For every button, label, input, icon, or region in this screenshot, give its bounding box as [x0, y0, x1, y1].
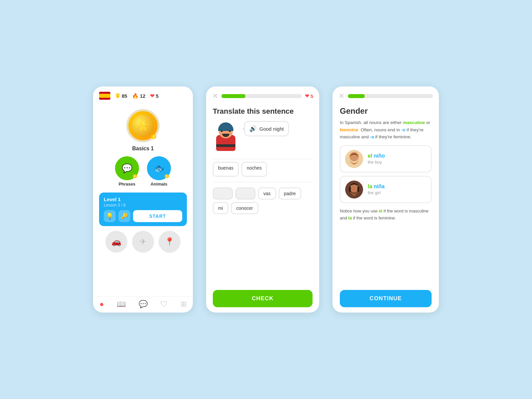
heart-icon-2: ❤ [305, 93, 309, 99]
gender-title: Gender [340, 106, 432, 116]
level-title: Level 1 [104, 197, 182, 202]
nino-word: niño [374, 153, 385, 159]
el-article: el [368, 153, 372, 159]
feminine-word: feminine [340, 127, 358, 132]
masculine-word: masculine [403, 120, 425, 125]
girl-gender-card: la niña the girl [340, 176, 432, 203]
word-options: vas padre mi conocer [213, 188, 313, 214]
phrases-icon: 💬 [122, 163, 132, 174]
notice-la: la [348, 215, 352, 220]
basics-name: Basics 1 [132, 146, 154, 152]
lesson-row: 💬 2 Phrases 🐟 1 Animals [115, 156, 171, 187]
speech-text: Good night [259, 126, 284, 132]
gender-notice: Notice how you use el if the word is mas… [340, 208, 432, 222]
girl-word: la niña [368, 184, 385, 190]
key-button[interactable]: 🔑 [118, 210, 130, 222]
svg-rect-5 [357, 187, 359, 192]
character-speech: 🔊 Good night [213, 121, 313, 151]
answer-chip-1[interactable]: buenas [213, 162, 239, 177]
card1-body: 🌟 5 Basics 1 💬 2 Phrases 🐟 1 [93, 103, 193, 296]
continue-button[interactable]: CONTINUE [340, 290, 432, 307]
phrases-pair: 💬 2 Phrases [115, 156, 139, 187]
divider-top [213, 159, 313, 159]
crown-stat: ♛ 85 [115, 92, 127, 99]
notice-text-3: if the word is feminine. [352, 215, 396, 220]
heart-icon: ❤ [150, 93, 154, 99]
nav-chat-icon[interactable]: 💬 [139, 300, 148, 309]
animals-icon: 🐟 [154, 163, 164, 174]
gender-card: ✕ Gender In Spanish, all nouns are eithe… [332, 86, 439, 313]
level-sub: Lesson 3 / 8 [104, 203, 182, 207]
translate-card: ✕ ❤ 5 Translate this sentence [206, 86, 319, 313]
girl-avatar [345, 181, 363, 199]
card2-header: ✕ ❤ 5 [206, 86, 319, 104]
nav-book-icon[interactable]: 📖 [117, 300, 126, 309]
level-actions: 💡 🔑 START [104, 210, 182, 222]
crown-value: 85 [122, 93, 127, 99]
desc-text-5: if they're feminine. [374, 134, 412, 139]
locked-circle-1: 🚗 [105, 231, 127, 253]
girl-word-group: la niña the girl [368, 184, 385, 195]
notice-el: el [379, 208, 382, 213]
nina-word: niña [374, 184, 385, 189]
gender-description: In Spanish, all nouns are either masculi… [340, 119, 432, 141]
word-option-5[interactable]: mi [213, 202, 228, 214]
phrases-label: Phrases [119, 182, 136, 187]
svg-rect-4 [349, 187, 351, 192]
fire-value: 12 [140, 93, 146, 99]
girl-avatar-svg [345, 181, 363, 199]
word-option-2[interactable] [235, 188, 255, 200]
nav-home-icon[interactable]: ● [99, 300, 104, 309]
locked-circle-2: ✈ [132, 231, 154, 253]
phrases-circle[interactable]: 💬 2 [115, 156, 139, 180]
a-ending: -a [370, 134, 374, 139]
boy-gender-card: el niño the boy [340, 145, 432, 173]
answer-chip-2[interactable]: noches [241, 162, 267, 177]
close-button-3[interactable]: ✕ [338, 92, 344, 100]
animals-pair: 🐟 1 Animals [147, 156, 171, 187]
translate-title: Translate this sentence [213, 107, 313, 116]
girl-translation: the girl [368, 190, 385, 195]
progress-bar-fill-3 [348, 94, 365, 98]
nav-shield-icon[interactable]: 🛡 [160, 300, 168, 309]
fire-stat: 🔥 12 [132, 93, 146, 99]
desc-text-3: Often, nouns end in [358, 127, 401, 132]
animals-circle[interactable]: 🐟 1 [147, 156, 171, 180]
notice-text-1: Notice how you use [340, 208, 379, 213]
progress-bar-wrap-3 [348, 94, 433, 98]
card1-header: ♛ 85 🔥 12 ❤ 5 [93, 86, 193, 103]
word-option-1[interactable] [213, 188, 233, 200]
close-button[interactable]: ✕ [212, 92, 218, 100]
animals-badge: 1 [165, 174, 169, 178]
animals-label: Animals [151, 182, 168, 187]
fire-icon: 🔥 [132, 93, 139, 99]
basics-badge: 5 [151, 135, 156, 139]
card1-nav: ● 📖 💬 🛡 ⊞ [93, 296, 193, 313]
nav-grid-icon[interactable]: ⊞ [181, 300, 187, 309]
progress-bar-wrap [221, 94, 302, 98]
basics-circle[interactable]: 🌟 5 [126, 109, 160, 142]
main-map-card: ♛ 85 🔥 12 ❤ 5 🌟 5 Basics 1 [93, 86, 193, 313]
divider-bottom [213, 182, 313, 182]
card2-body: Translate this sentence [206, 104, 319, 313]
boy-avatar-svg [345, 150, 363, 168]
character-figure [213, 121, 239, 151]
boy-avatar [345, 150, 363, 168]
crown-icon: ♛ [115, 92, 120, 99]
word-option-4[interactable]: padre [279, 188, 301, 200]
phrases-badge: 2 [133, 174, 137, 178]
boy-translation: the boy [368, 160, 385, 165]
basics-inner: 🌟 [132, 114, 154, 137]
locked-circle-3: 📍 [159, 231, 181, 253]
heart-stat: ❤ 5 [150, 93, 158, 99]
bulb-button[interactable]: 💡 [104, 210, 116, 222]
level-box: Level 1 Lesson 3 / 8 💡 🔑 START [99, 193, 187, 226]
check-button[interactable]: CHECK [213, 290, 313, 307]
screens-container: ♛ 85 🔥 12 ❤ 5 🌟 5 Basics 1 [93, 86, 439, 313]
locked-row: 🚗 ✈ 📍 [105, 231, 181, 253]
word-option-6[interactable]: conocer [231, 202, 258, 214]
word-option-3[interactable]: vas [258, 188, 276, 200]
start-button[interactable]: START [133, 210, 182, 222]
answer-area[interactable]: buenas noches [213, 162, 313, 177]
speaker-icon[interactable]: 🔊 [249, 125, 257, 132]
